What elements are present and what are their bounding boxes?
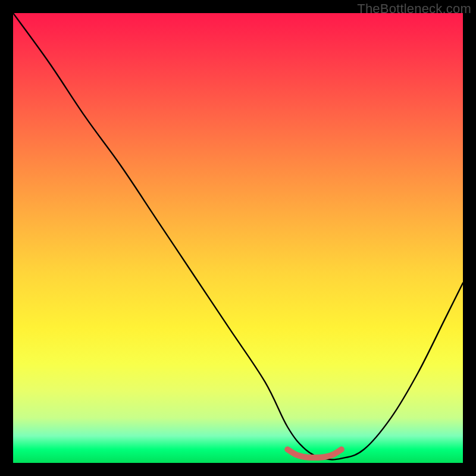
plot-area <box>13 13 463 463</box>
optimal-band-path <box>287 449 342 458</box>
watermark-text: TheBottleneck.com <box>357 1 471 17</box>
chart-frame: TheBottleneck.com <box>0 0 476 476</box>
bottleneck-curve-path <box>13 13 463 460</box>
curve-layer <box>13 13 463 463</box>
